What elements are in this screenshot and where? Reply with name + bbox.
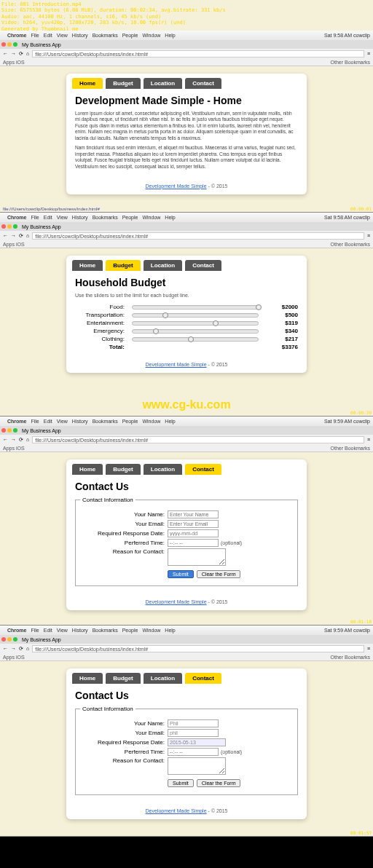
address-bar[interactable]: file:///Users/cowclip/Desktop/business/i… xyxy=(32,645,364,652)
forward-button[interactable]: → xyxy=(11,233,16,238)
address-bar[interactable]: file:///Users/cowclip/Desktop/business/i… xyxy=(32,436,364,443)
footer-link[interactable]: Development Made Simple xyxy=(146,599,207,604)
slider-knob[interactable] xyxy=(188,336,194,342)
menu-file[interactable]: File xyxy=(31,419,39,424)
menu-help[interactable]: Help xyxy=(165,33,175,38)
budget-slider[interactable] xyxy=(132,321,259,326)
input-time[interactable] xyxy=(168,539,219,547)
slider-knob[interactable] xyxy=(256,304,262,310)
home-button[interactable]: ⌂ xyxy=(26,437,29,442)
menu-edit[interactable]: Edit xyxy=(44,628,52,633)
browser-tab[interactable]: My Business App xyxy=(22,224,61,229)
bookmarks-right[interactable]: Other Bookmarks xyxy=(331,446,370,451)
menu-window[interactable]: Window xyxy=(142,33,160,38)
menu-history[interactable]: History xyxy=(72,628,88,633)
tab-budget[interactable]: Budget xyxy=(106,464,141,475)
menu-file[interactable]: File xyxy=(31,33,39,38)
submit-button[interactable]: Submit xyxy=(168,570,194,578)
menu-icon[interactable]: ≡ xyxy=(367,51,370,56)
back-button[interactable]: ← xyxy=(3,51,8,56)
reload-button[interactable]: ⟳ xyxy=(19,233,23,239)
browser-tab[interactable]: My Business App xyxy=(22,42,61,47)
bookmarks-right[interactable]: Other Bookmarks xyxy=(331,242,370,247)
menu-people[interactable]: People xyxy=(122,215,138,220)
menu-bookmarks[interactable]: Bookmarks xyxy=(93,628,118,633)
menu-people[interactable]: People xyxy=(122,419,138,424)
forward-button[interactable]: → xyxy=(11,437,16,442)
tab-contact[interactable]: Contact xyxy=(185,78,221,89)
window-controls[interactable] xyxy=(1,637,17,642)
tab-budget[interactable]: Budget xyxy=(106,673,141,684)
footer-link[interactable]: Development Made Simple xyxy=(146,808,207,813)
menu-view[interactable]: View xyxy=(57,419,68,424)
input-time[interactable] xyxy=(168,748,219,756)
budget-slider[interactable] xyxy=(132,337,259,342)
bookmarks-left[interactable]: Apps iOS xyxy=(3,60,25,65)
menu-history[interactable]: History xyxy=(72,33,88,38)
menu-history[interactable]: History xyxy=(72,215,88,220)
slider-knob[interactable] xyxy=(153,328,159,334)
input-reason[interactable] xyxy=(168,548,226,566)
home-button[interactable]: ⌂ xyxy=(26,646,29,651)
menu-edit[interactable]: Edit xyxy=(44,33,52,38)
input-email[interactable] xyxy=(168,729,219,737)
address-bar[interactable]: file:///Users/cowclip/Desktop/business/i… xyxy=(32,50,364,58)
back-button[interactable]: ← xyxy=(3,437,8,442)
browser-tab[interactable]: My Business App xyxy=(22,428,61,433)
back-button[interactable]: ← xyxy=(3,646,8,651)
tab-home[interactable]: Home xyxy=(72,464,103,475)
budget-slider[interactable] xyxy=(132,305,259,309)
menu-view[interactable]: View xyxy=(57,215,68,220)
tab-home[interactable]: Home xyxy=(72,78,103,89)
menu-window[interactable]: Window xyxy=(142,215,160,220)
input-email[interactable] xyxy=(168,520,219,528)
tab-home[interactable]: Home xyxy=(72,260,103,271)
address-bar[interactable]: file:///Users/cowclip/Desktop/business/i… xyxy=(32,232,364,240)
menu-help[interactable]: Help xyxy=(165,628,175,633)
footer-link[interactable]: Development Made Simple xyxy=(146,362,207,367)
bookmarks-right[interactable]: Other Bookmarks xyxy=(331,655,370,660)
input-name[interactable] xyxy=(168,510,219,518)
menu-icon[interactable]: ≡ xyxy=(367,233,370,238)
tab-home[interactable]: Home xyxy=(72,673,103,684)
window-controls[interactable] xyxy=(1,428,17,433)
tab-contact[interactable]: Contact xyxy=(185,673,221,684)
menu-help[interactable]: Help xyxy=(165,419,175,424)
menu-icon[interactable]: ≡ xyxy=(367,437,370,442)
bookmarks-left[interactable]: Apps iOS xyxy=(3,655,25,660)
menu-window[interactable]: Window xyxy=(142,628,160,633)
input-date[interactable] xyxy=(168,529,219,537)
input-reason[interactable] xyxy=(168,757,226,775)
tab-location[interactable]: Location xyxy=(144,78,182,89)
browser-tab[interactable]: My Business App xyxy=(22,637,61,642)
tab-location[interactable]: Location xyxy=(144,673,182,684)
tab-contact[interactable]: Contact xyxy=(185,464,221,475)
tab-location[interactable]: Location xyxy=(144,464,182,475)
menu-window[interactable]: Window xyxy=(142,419,160,424)
input-date[interactable] xyxy=(168,738,226,746)
menu-people[interactable]: People xyxy=(122,33,138,38)
tab-budget[interactable]: Budget xyxy=(106,78,141,89)
home-button[interactable]: ⌂ xyxy=(26,51,29,56)
home-button[interactable]: ⌂ xyxy=(26,233,29,238)
slider-knob[interactable] xyxy=(213,320,219,326)
forward-button[interactable]: → xyxy=(11,646,16,651)
menu-bookmarks[interactable]: Bookmarks xyxy=(93,33,118,38)
menu-view[interactable]: View xyxy=(57,628,68,633)
forward-button[interactable]: → xyxy=(11,51,16,56)
menu-view[interactable]: View xyxy=(57,33,68,38)
tab-contact[interactable]: Contact xyxy=(185,260,221,271)
window-controls[interactable] xyxy=(1,224,17,229)
bookmarks-left[interactable]: Apps iOS xyxy=(3,242,25,247)
menu-edit[interactable]: Edit xyxy=(44,215,52,220)
budget-slider[interactable] xyxy=(132,329,259,334)
menu-bookmarks[interactable]: Bookmarks xyxy=(93,215,118,220)
menu-file[interactable]: File xyxy=(31,628,39,633)
menu-bookmarks[interactable]: Bookmarks xyxy=(93,419,118,424)
budget-slider[interactable] xyxy=(132,313,259,317)
input-name[interactable] xyxy=(168,719,219,727)
reload-button[interactable]: ⟳ xyxy=(19,646,23,652)
submit-button[interactable]: Submit xyxy=(168,779,194,787)
menu-history[interactable]: History xyxy=(72,419,88,424)
tab-location[interactable]: Location xyxy=(144,260,182,271)
